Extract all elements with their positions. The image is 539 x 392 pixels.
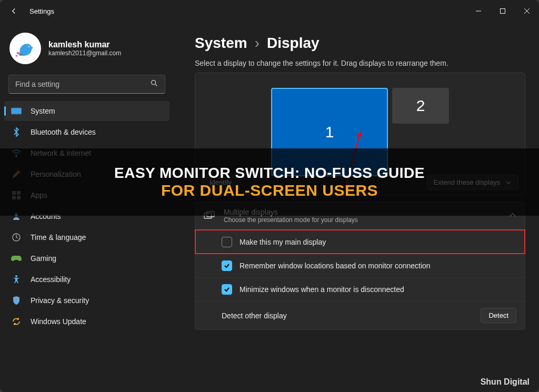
profile-text: kamlesh kumar kamlesh2011@gmail.com bbox=[48, 40, 121, 57]
nav-label: Windows Update bbox=[31, 317, 86, 326]
gaming-icon bbox=[11, 253, 22, 264]
arrow-left-icon bbox=[9, 6, 18, 16]
option-label: Minimize windows when a monitor is disco… bbox=[239, 285, 404, 294]
search-icon bbox=[150, 79, 158, 89]
breadcrumb-root[interactable]: System bbox=[195, 35, 247, 52]
profile-email: kamlesh2011@gmail.com bbox=[48, 49, 121, 57]
minimize-button[interactable] bbox=[466, 0, 491, 22]
nav-item-gaming[interactable]: Gaming bbox=[4, 248, 169, 268]
option-detect-display: Detect other display Detect bbox=[195, 301, 525, 329]
close-button[interactable] bbox=[515, 0, 539, 22]
card-subtitle: Choose the presentation mode for your di… bbox=[224, 216, 501, 224]
option-label: Make this my main display bbox=[239, 238, 326, 246]
nav-label: Time & language bbox=[31, 233, 86, 242]
svg-rect-9 bbox=[11, 108, 22, 114]
window-controls bbox=[466, 0, 539, 22]
shield-icon bbox=[11, 295, 22, 306]
svg-point-18 bbox=[15, 275, 17, 277]
article-title-overlay: EASY MONITOR SWITCH: NO-FUSS GUIDE FOR D… bbox=[0, 148, 539, 216]
accessibility-icon bbox=[11, 274, 22, 285]
update-icon bbox=[11, 316, 22, 327]
nav-label: Bluetooth & devices bbox=[31, 128, 96, 136]
window-title: Settings bbox=[29, 7, 466, 15]
svg-point-5 bbox=[17, 52, 19, 54]
maximize-button[interactable] bbox=[491, 0, 515, 22]
detect-label: Detect other display bbox=[222, 311, 287, 320]
svg-point-4 bbox=[28, 46, 29, 47]
nav-item-time-language[interactable]: Time & language bbox=[4, 227, 169, 247]
nav-item-bluetooth[interactable]: Bluetooth & devices bbox=[4, 122, 169, 142]
bluetooth-icon bbox=[11, 126, 22, 138]
system-icon bbox=[11, 105, 22, 117]
chevron-right-icon: › bbox=[255, 35, 259, 52]
minimize-icon bbox=[475, 8, 482, 14]
nav-list: System Bluetooth & devices Network & int… bbox=[4, 101, 169, 331]
option-label: Remember window locations based on monit… bbox=[239, 262, 431, 270]
profile-name: kamlesh kumar bbox=[48, 40, 121, 49]
search-box[interactable] bbox=[8, 75, 165, 94]
svg-point-6 bbox=[16, 55, 18, 57]
overlay-line-1: EASY MONITOR SWITCH: NO-FUSS GUIDE bbox=[114, 165, 425, 182]
breadcrumb-current: Display bbox=[267, 35, 320, 52]
svg-rect-1 bbox=[501, 9, 505, 14]
watermark: Shun Digital bbox=[481, 377, 530, 387]
option-remember-windows[interactable]: Remember window locations based on monit… bbox=[195, 254, 525, 277]
maximize-icon bbox=[500, 8, 506, 14]
nav-label: Accessibility bbox=[31, 275, 71, 284]
nav-item-system[interactable]: System bbox=[4, 101, 169, 121]
option-minimize-windows[interactable]: Minimize windows when a monitor is disco… bbox=[195, 277, 525, 301]
multiple-displays-card: Multiple displays Choose the presentatio… bbox=[195, 201, 525, 330]
svg-line-8 bbox=[155, 84, 157, 86]
nav-label: Privacy & security bbox=[31, 296, 89, 305]
nav-item-privacy[interactable]: Privacy & security bbox=[4, 290, 169, 310]
svg-point-7 bbox=[152, 81, 156, 85]
checkbox-remember[interactable] bbox=[222, 260, 232, 271]
close-icon bbox=[524, 8, 530, 14]
avatar bbox=[9, 33, 41, 64]
option-main-display[interactable]: Make this my main display bbox=[195, 230, 525, 254]
breadcrumb: System › Display bbox=[195, 35, 525, 52]
overlay-line-2: FOR DUAL-SCREEN USERS bbox=[161, 182, 378, 199]
checkbox-main-display[interactable] bbox=[222, 237, 232, 247]
select-display-hint: Select a display to change the settings … bbox=[195, 59, 525, 67]
nav-label: System bbox=[31, 107, 55, 115]
titlebar: Settings bbox=[0, 0, 539, 22]
profile-block[interactable]: kamlesh kumar kamlesh2011@gmail.com bbox=[4, 27, 169, 72]
nav-item-accessibility[interactable]: Accessibility bbox=[4, 269, 169, 289]
checkbox-minimize[interactable] bbox=[222, 284, 232, 295]
clock-globe-icon bbox=[11, 232, 22, 243]
nav-item-windows-update[interactable]: Windows Update bbox=[4, 311, 169, 331]
monitor-2[interactable]: 2 bbox=[392, 88, 449, 124]
back-button[interactable] bbox=[8, 6, 19, 16]
bird-avatar-icon bbox=[14, 37, 36, 59]
nav-label: Gaming bbox=[31, 254, 56, 263]
detect-button[interactable]: Detect bbox=[481, 308, 516, 323]
search-input[interactable] bbox=[15, 80, 150, 88]
